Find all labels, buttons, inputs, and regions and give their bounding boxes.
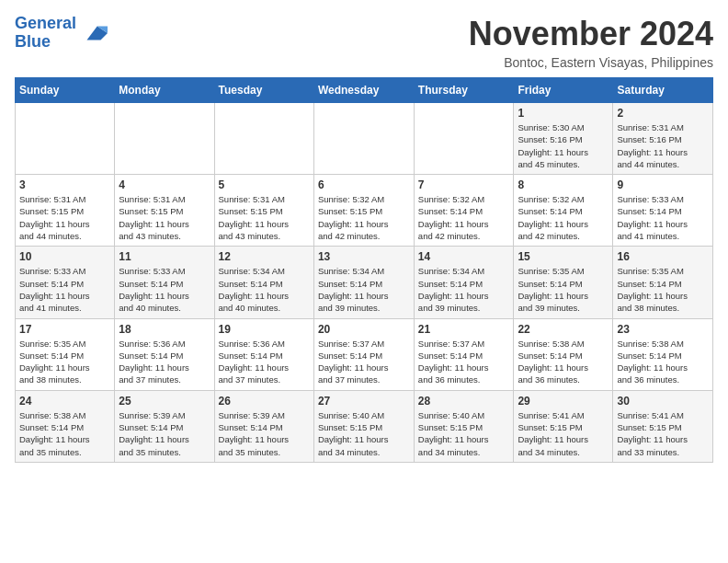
calendar-cell: 18Sunrise: 5:36 AM Sunset: 5:14 PM Dayli… xyxy=(115,318,214,390)
calendar-cell: 27Sunrise: 5:40 AM Sunset: 5:15 PM Dayli… xyxy=(313,390,414,462)
day-number: 23 xyxy=(617,323,709,336)
day-info: Sunrise: 5:32 AM Sunset: 5:14 PM Dayligh… xyxy=(418,193,510,242)
calendar-cell: 11Sunrise: 5:33 AM Sunset: 5:14 PM Dayli… xyxy=(115,247,214,318)
calendar-week-row: 10Sunrise: 5:33 AM Sunset: 5:14 PM Dayli… xyxy=(16,247,713,318)
day-number: 24 xyxy=(19,395,110,408)
day-info: Sunrise: 5:39 AM Sunset: 5:14 PM Dayligh… xyxy=(119,409,210,458)
calendar-cell: 15Sunrise: 5:35 AM Sunset: 5:14 PM Dayli… xyxy=(514,247,613,318)
weekday-header: Sunday xyxy=(16,78,115,103)
day-number: 22 xyxy=(518,323,609,336)
calendar-cell xyxy=(16,103,115,175)
weekday-header: Monday xyxy=(115,78,214,103)
calendar-cell: 29Sunrise: 5:41 AM Sunset: 5:15 PM Dayli… xyxy=(514,390,613,462)
calendar-cell: 26Sunrise: 5:39 AM Sunset: 5:14 PM Dayli… xyxy=(214,390,313,462)
logo: General Blue xyxy=(15,15,108,52)
day-number: 7 xyxy=(418,178,510,191)
calendar-week-row: 1Sunrise: 5:30 AM Sunset: 5:16 PM Daylig… xyxy=(16,103,713,175)
day-number: 21 xyxy=(418,323,510,336)
day-info: Sunrise: 5:32 AM Sunset: 5:15 PM Dayligh… xyxy=(318,193,410,242)
day-number: 19 xyxy=(219,323,310,336)
day-number: 29 xyxy=(518,395,609,408)
day-number: 5 xyxy=(219,178,310,191)
day-number: 8 xyxy=(518,178,609,191)
day-info: Sunrise: 5:36 AM Sunset: 5:14 PM Dayligh… xyxy=(119,338,210,386)
calendar-cell: 8Sunrise: 5:32 AM Sunset: 5:14 PM Daylig… xyxy=(514,175,613,247)
day-number: 1 xyxy=(518,107,609,120)
day-number: 18 xyxy=(119,323,210,336)
calendar-cell: 7Sunrise: 5:32 AM Sunset: 5:14 PM Daylig… xyxy=(414,175,514,247)
day-info: Sunrise: 5:34 AM Sunset: 5:14 PM Dayligh… xyxy=(318,265,410,314)
weekday-header: Saturday xyxy=(613,78,713,103)
calendar-cell: 25Sunrise: 5:39 AM Sunset: 5:14 PM Dayli… xyxy=(115,390,214,462)
page-header: General Blue November 2024 Bontoc, Easte… xyxy=(15,15,713,70)
calendar-week-row: 24Sunrise: 5:38 AM Sunset: 5:14 PM Dayli… xyxy=(16,390,713,462)
day-info: Sunrise: 5:34 AM Sunset: 5:14 PM Dayligh… xyxy=(418,265,510,314)
calendar-cell: 16Sunrise: 5:35 AM Sunset: 5:14 PM Dayli… xyxy=(613,247,713,318)
calendar-cell: 9Sunrise: 5:33 AM Sunset: 5:14 PM Daylig… xyxy=(613,175,713,247)
calendar-week-row: 17Sunrise: 5:35 AM Sunset: 5:14 PM Dayli… xyxy=(16,318,713,390)
day-info: Sunrise: 5:35 AM Sunset: 5:14 PM Dayligh… xyxy=(617,265,709,314)
weekday-header: Tuesday xyxy=(214,78,313,103)
day-info: Sunrise: 5:31 AM Sunset: 5:15 PM Dayligh… xyxy=(119,193,210,242)
day-info: Sunrise: 5:30 AM Sunset: 5:16 PM Dayligh… xyxy=(518,121,609,170)
day-number: 20 xyxy=(318,323,410,336)
day-number: 9 xyxy=(617,178,709,191)
calendar-cell: 24Sunrise: 5:38 AM Sunset: 5:14 PM Dayli… xyxy=(16,390,115,462)
calendar-cell xyxy=(414,103,514,175)
day-info: Sunrise: 5:31 AM Sunset: 5:16 PM Dayligh… xyxy=(617,121,709,170)
calendar-cell: 3Sunrise: 5:31 AM Sunset: 5:15 PM Daylig… xyxy=(16,175,115,247)
calendar-week-row: 3Sunrise: 5:31 AM Sunset: 5:15 PM Daylig… xyxy=(16,175,713,247)
day-info: Sunrise: 5:36 AM Sunset: 5:14 PM Dayligh… xyxy=(219,338,310,386)
calendar-cell: 12Sunrise: 5:34 AM Sunset: 5:14 PM Dayli… xyxy=(214,247,313,318)
day-info: Sunrise: 5:33 AM Sunset: 5:14 PM Dayligh… xyxy=(617,193,709,242)
calendar-cell: 28Sunrise: 5:40 AM Sunset: 5:15 PM Dayli… xyxy=(414,390,514,462)
weekday-header: Thursday xyxy=(414,78,514,103)
day-info: Sunrise: 5:37 AM Sunset: 5:14 PM Dayligh… xyxy=(318,338,410,386)
day-number: 6 xyxy=(318,178,410,191)
day-info: Sunrise: 5:41 AM Sunset: 5:15 PM Dayligh… xyxy=(518,409,609,458)
day-number: 12 xyxy=(219,250,310,263)
title-block: November 2024 Bontoc, Eastern Visayas, P… xyxy=(469,15,713,70)
calendar-cell: 22Sunrise: 5:38 AM Sunset: 5:14 PM Dayli… xyxy=(514,318,613,390)
day-info: Sunrise: 5:40 AM Sunset: 5:15 PM Dayligh… xyxy=(418,409,510,458)
logo-text: General Blue xyxy=(15,15,76,52)
calendar-cell: 19Sunrise: 5:36 AM Sunset: 5:14 PM Dayli… xyxy=(214,318,313,390)
weekday-header: Friday xyxy=(514,78,613,103)
calendar-cell: 10Sunrise: 5:33 AM Sunset: 5:14 PM Dayli… xyxy=(16,247,115,318)
calendar-cell: 2Sunrise: 5:31 AM Sunset: 5:16 PM Daylig… xyxy=(613,103,713,175)
calendar-cell: 21Sunrise: 5:37 AM Sunset: 5:14 PM Dayli… xyxy=(414,318,514,390)
day-info: Sunrise: 5:39 AM Sunset: 5:14 PM Dayligh… xyxy=(219,409,310,458)
day-number: 10 xyxy=(19,250,110,263)
weekday-header: Wednesday xyxy=(313,78,414,103)
logo-icon xyxy=(80,19,108,47)
day-info: Sunrise: 5:38 AM Sunset: 5:14 PM Dayligh… xyxy=(617,338,709,386)
calendar-cell xyxy=(313,103,414,175)
calendar: SundayMondayTuesdayWednesdayThursdayFrid… xyxy=(15,77,713,463)
calendar-header-row: SundayMondayTuesdayWednesdayThursdayFrid… xyxy=(16,78,713,103)
day-info: Sunrise: 5:33 AM Sunset: 5:14 PM Dayligh… xyxy=(119,265,210,314)
calendar-cell: 4Sunrise: 5:31 AM Sunset: 5:15 PM Daylig… xyxy=(115,175,214,247)
day-info: Sunrise: 5:40 AM Sunset: 5:15 PM Dayligh… xyxy=(318,409,410,458)
calendar-cell: 13Sunrise: 5:34 AM Sunset: 5:14 PM Dayli… xyxy=(313,247,414,318)
day-number: 26 xyxy=(219,395,310,408)
day-info: Sunrise: 5:38 AM Sunset: 5:14 PM Dayligh… xyxy=(518,338,609,386)
day-number: 14 xyxy=(418,250,510,263)
day-info: Sunrise: 5:31 AM Sunset: 5:15 PM Dayligh… xyxy=(219,193,310,242)
calendar-cell: 5Sunrise: 5:31 AM Sunset: 5:15 PM Daylig… xyxy=(214,175,313,247)
day-info: Sunrise: 5:32 AM Sunset: 5:14 PM Dayligh… xyxy=(518,193,609,242)
day-number: 15 xyxy=(518,250,609,263)
day-number: 11 xyxy=(119,250,210,263)
month-title: November 2024 xyxy=(469,15,713,53)
day-number: 25 xyxy=(119,395,210,408)
calendar-cell: 30Sunrise: 5:41 AM Sunset: 5:15 PM Dayli… xyxy=(613,390,713,462)
day-number: 3 xyxy=(19,178,110,191)
calendar-cell: 17Sunrise: 5:35 AM Sunset: 5:14 PM Dayli… xyxy=(16,318,115,390)
day-number: 28 xyxy=(418,395,510,408)
day-info: Sunrise: 5:35 AM Sunset: 5:14 PM Dayligh… xyxy=(518,265,609,314)
day-number: 13 xyxy=(318,250,410,263)
day-number: 27 xyxy=(318,395,410,408)
day-number: 2 xyxy=(617,107,709,120)
calendar-cell xyxy=(115,103,214,175)
location: Bontoc, Eastern Visayas, Philippines xyxy=(469,55,713,70)
calendar-cell: 20Sunrise: 5:37 AM Sunset: 5:14 PM Dayli… xyxy=(313,318,414,390)
